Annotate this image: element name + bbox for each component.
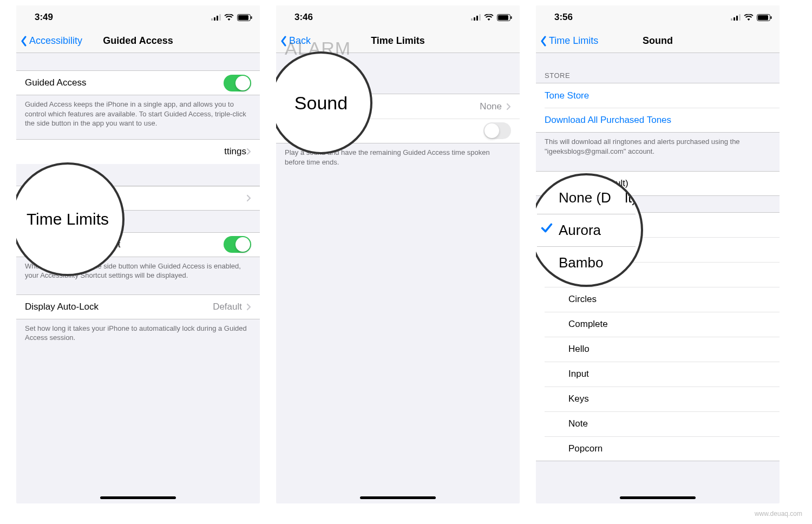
back-button[interactable]: Time Limits: [536, 35, 598, 47]
row-download-tones[interactable]: Download All Purchased Tones: [536, 108, 780, 133]
battery-icon: [757, 14, 772, 21]
cell-label: Popcorn: [568, 443, 771, 454]
svg-rect-6: [251, 16, 252, 19]
row-display-auto-lock[interactable]: Display Auto-Lock Default: [16, 294, 260, 319]
footer-text: This will download all ringtones and ale…: [536, 133, 780, 160]
svg-rect-17: [739, 14, 741, 21]
row-tone-keys[interactable]: Keys: [536, 387, 780, 411]
svg-rect-14: [731, 18, 732, 21]
svg-rect-10: [479, 14, 481, 21]
cell-label: Note: [568, 418, 771, 429]
status-time: 3:49: [27, 12, 53, 23]
home-indicator[interactable]: [100, 496, 176, 499]
cell-label: Keys: [568, 394, 771, 404]
watermark: www.deuaq.com: [755, 510, 802, 518]
screenshot-sound: 3:56 Time Limits Sound STORE Tone Store …: [536, 5, 780, 503]
magnified-row: None (Dlt): [537, 182, 636, 214]
svg-rect-1: [214, 17, 215, 21]
cell-label: Guided Access: [25, 77, 224, 88]
status-bar: 3:56: [536, 5, 780, 29]
svg-rect-8: [474, 17, 475, 21]
footer-text: Set how long it takes your iPhone to aut…: [16, 319, 260, 347]
svg-rect-15: [734, 17, 735, 21]
row-tone-note[interactable]: Note: [536, 411, 780, 436]
magnified-row: Aurora: [537, 214, 636, 246]
row-tone-store[interactable]: Tone Store: [536, 83, 780, 108]
battery-icon: [497, 14, 512, 21]
home-indicator[interactable]: [620, 496, 696, 499]
svg-rect-0: [211, 18, 213, 21]
toggle-shortcut[interactable]: [224, 236, 251, 253]
toggle-speak[interactable]: [483, 122, 511, 139]
row-tone-complete[interactable]: Complete: [536, 312, 780, 337]
cellular-icon: [731, 14, 741, 21]
row-tone-input[interactable]: Input: [536, 362, 780, 387]
checkmark-icon: [540, 222, 553, 239]
magnified-label: Time Limits: [27, 210, 109, 228]
wifi-icon: [224, 14, 234, 21]
status-bar: 3:46: [276, 5, 520, 29]
cell-value: None: [480, 101, 502, 112]
cell-label: Complete: [568, 319, 771, 330]
cell-label: Input: [568, 369, 771, 379]
screenshot-guided-access: 3:49 Accessibility Guided Access Guided …: [16, 5, 260, 503]
svg-rect-13: [511, 16, 512, 19]
wifi-icon: [744, 14, 754, 21]
nav-bar: Accessibility Guided Access: [16, 29, 260, 53]
screenshot-time-limits: 3:46 Back Time Limits ALARM Sound None: [276, 5, 520, 503]
cell-value: Default: [213, 302, 242, 312]
back-label: Time Limits: [549, 35, 598, 47]
cell-label: Circles: [568, 294, 771, 305]
section-header-store: STORE: [536, 68, 780, 83]
row-tone-popcorn[interactable]: Popcorn: [536, 436, 780, 461]
battery-icon: [237, 14, 252, 21]
footer-text: Guided Access keeps the iPhone in a sing…: [16, 95, 260, 133]
svg-rect-5: [238, 15, 248, 20]
row-guided-access-toggle[interactable]: Guided Access: [16, 70, 260, 95]
svg-rect-12: [498, 15, 508, 20]
cell-label: Tone Store: [545, 90, 771, 101]
status-time: 3:56: [547, 12, 573, 23]
chevron-right-icon: [506, 103, 511, 110]
back-label: Accessibility: [29, 35, 82, 47]
cell-label: Download All Purchased Tones: [545, 115, 771, 126]
row-passcode-settings[interactable]: ttings: [16, 139, 260, 164]
toggle-guided-access[interactable]: [224, 75, 251, 91]
svg-rect-7: [471, 18, 473, 21]
svg-rect-9: [476, 16, 478, 21]
cellular-icon: [211, 14, 221, 21]
nav-bar: Time Limits Sound: [536, 29, 780, 53]
cell-label: Hello: [568, 344, 771, 355]
cell-label: ttings: [25, 146, 246, 157]
svg-rect-19: [758, 15, 768, 20]
magnified-row: Bambo: [537, 246, 636, 279]
svg-rect-2: [217, 16, 218, 21]
status-time: 3:46: [287, 12, 313, 23]
cellular-icon: [471, 14, 481, 21]
svg-rect-16: [736, 16, 738, 21]
back-button[interactable]: Accessibility: [16, 35, 82, 47]
svg-rect-20: [771, 16, 772, 19]
home-indicator[interactable]: [360, 496, 436, 499]
wifi-icon: [484, 14, 494, 21]
row-tone-circles[interactable]: Circles: [536, 287, 780, 312]
magnified-label: Sound: [294, 93, 348, 114]
row-tone-hello[interactable]: Hello: [536, 337, 780, 362]
svg-rect-3: [219, 14, 221, 21]
cell-label: Display Auto-Lock: [25, 302, 213, 312]
status-bar: 3:49: [16, 5, 260, 29]
